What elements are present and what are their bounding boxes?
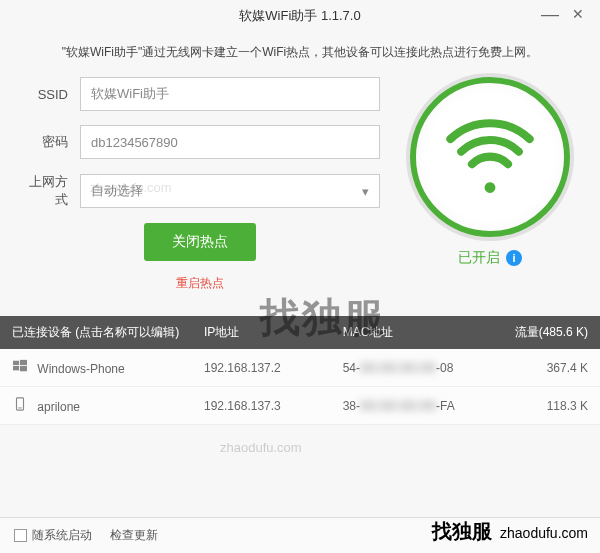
close-hotspot-button[interactable]: 关闭热点 <box>144 223 256 261</box>
col-header-ip: IP地址 <box>204 324 343 341</box>
minimize-button[interactable]: — <box>536 0 564 28</box>
table-row[interactable]: aprilone 192.168.137.3 38-XX-XX-XX-XX-FA… <box>0 387 600 425</box>
method-label: 上网方式 <box>20 173 80 209</box>
ssid-label: SSID <box>20 87 80 102</box>
method-selected-value: 自动选择 <box>91 182 143 200</box>
device-traffic: 118.3 K <box>492 399 588 413</box>
device-name: aprilone <box>37 400 80 414</box>
check-update-link[interactable]: 检查更新 <box>110 527 158 544</box>
close-button[interactable]: ✕ <box>564 0 592 28</box>
autostart-checkbox[interactable] <box>14 529 27 542</box>
device-traffic: 367.4 K <box>492 361 588 375</box>
info-icon[interactable]: i <box>506 250 522 266</box>
method-select-wrap: 自动选择 ▾ <box>80 174 380 208</box>
device-name: Windows-Phone <box>37 362 124 376</box>
form-area: SSID 密码 上网方式 自动选择 ▾ 关闭热点 重启热点 <box>20 77 380 292</box>
ssid-row: SSID <box>20 77 380 111</box>
wifi-visual-area: 已开启 i <box>400 77 580 292</box>
window-title: 软媒WiFi助手 1.1.7.0 <box>239 7 360 25</box>
check-update-label: 检查更新 <box>110 527 158 544</box>
restart-link-row: 重启热点 <box>20 273 380 292</box>
device-mac: 54-XX-XX-XX-XX-08 <box>343 361 492 375</box>
main-area: SSID 密码 上网方式 自动选择 ▾ 关闭热点 重启热点 <box>0 77 600 292</box>
device-ip: 192.168.137.3 <box>204 399 343 413</box>
devices-table: 已连接设备 (点击名称可以编辑) IP地址 MAC地址 流量(485.6 K) … <box>0 316 600 425</box>
svg-rect-0 <box>13 361 19 365</box>
password-label: 密码 <box>20 133 80 151</box>
device-name-cell: Windows-Phone <box>12 359 204 376</box>
device-name-cell: aprilone <box>12 397 204 414</box>
col-header-device: 已连接设备 (点击名称可以编辑) <box>12 324 204 341</box>
col-header-mac: MAC地址 <box>343 324 492 341</box>
wifi-status-circle <box>410 77 570 237</box>
restart-hotspot-link[interactable]: 重启热点 <box>176 276 224 290</box>
windows-icon <box>12 359 28 373</box>
app-description: "软媒WiFi助手"通过无线网卡建立一个WiFi热点，其他设备可以连接此热点进行… <box>0 32 600 77</box>
autostart-checkbox-item[interactable]: 随系统启动 <box>14 527 92 544</box>
table-row[interactable]: Windows-Phone 192.168.137.2 54-XX-XX-XX-… <box>0 349 600 387</box>
button-row: 关闭热点 <box>20 223 380 261</box>
hotspot-status-text: 已开启 <box>458 249 500 267</box>
chevron-down-icon: ▾ <box>362 184 369 199</box>
method-select[interactable]: 自动选择 ▾ <box>80 174 380 208</box>
password-input[interactable] <box>80 125 380 159</box>
method-row: 上网方式 自动选择 ▾ <box>20 173 380 209</box>
autostart-label: 随系统启动 <box>32 527 92 544</box>
svg-rect-1 <box>20 360 27 365</box>
svg-rect-3 <box>20 366 27 371</box>
watermark-url-1: zhaodufu.com <box>220 440 302 455</box>
titlebar: 软媒WiFi助手 1.1.7.0 — ✕ <box>0 0 600 32</box>
svg-rect-5 <box>18 408 22 409</box>
window-controls: — ✕ <box>536 0 592 28</box>
svg-rect-2 <box>13 366 19 370</box>
footer: 随系统启动 检查更新 <box>0 517 600 553</box>
ssid-input[interactable] <box>80 77 380 111</box>
wifi-icon <box>445 112 535 202</box>
status-row: 已开启 i <box>458 249 522 267</box>
table-header: 已连接设备 (点击名称可以编辑) IP地址 MAC地址 流量(485.6 K) <box>0 316 600 349</box>
phone-icon <box>12 397 28 411</box>
password-row: 密码 <box>20 125 380 159</box>
device-mac: 38-XX-XX-XX-XX-FA <box>343 399 492 413</box>
device-ip: 192.168.137.2 <box>204 361 343 375</box>
col-header-traffic: 流量(485.6 K) <box>492 324 588 341</box>
